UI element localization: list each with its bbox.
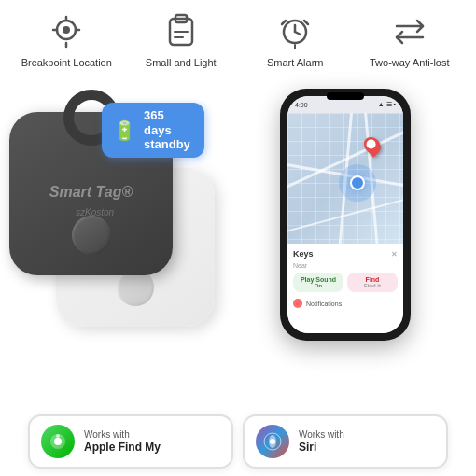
keys-close: ✕ bbox=[391, 250, 398, 259]
siri-badge-text: Works with Siri bbox=[299, 428, 344, 455]
findmy-main: Apple Find My bbox=[84, 441, 161, 454]
tags-container: Smart Tag® szKoston 🔋 365 days standby bbox=[9, 93, 215, 336]
findmy-prefix: Works with bbox=[84, 428, 161, 441]
main-area: szKoston Smart Tag® szKoston 🔋 365 days … bbox=[0, 75, 476, 355]
feature-small-light: Small and Light bbox=[134, 11, 228, 69]
phone-screen: 4:00 ▲ ☰ ▪ bbox=[287, 96, 403, 333]
notifications-row: Notifications bbox=[293, 296, 398, 311]
svg-point-23 bbox=[270, 439, 275, 444]
feature-twoway-label: Two-way Anti-lost bbox=[370, 56, 450, 69]
features-row: Breakpoint Location Small and Light bbox=[0, 0, 476, 75]
feature-breakpoint-label: Breakpoint Location bbox=[21, 56, 112, 69]
two-way-icon bbox=[389, 11, 430, 52]
svg-line-13 bbox=[304, 21, 308, 24]
feature-two-way: Two-way Anti-lost bbox=[363, 11, 456, 69]
findmy-badge-text: Works with Apple Find My bbox=[84, 428, 161, 455]
find-label: Find bbox=[350, 276, 395, 283]
phone-mockup: 4:00 ▲ ☰ ▪ bbox=[224, 89, 467, 341]
svg-line-12 bbox=[282, 21, 286, 24]
breakpoint-location-icon bbox=[46, 11, 87, 52]
battery-icon: 🔋 bbox=[113, 119, 136, 142]
feature-alarm-label: Smart Alarm bbox=[267, 56, 324, 69]
findmy-icon bbox=[41, 425, 75, 458]
phone-time: 4:00 bbox=[295, 102, 308, 108]
action-buttons: Play Sound On Find Find it bbox=[293, 273, 398, 292]
phone-frame: 4:00 ▲ ☰ ▪ bbox=[280, 89, 411, 341]
siri-main: Siri bbox=[299, 441, 316, 454]
svg-point-19 bbox=[56, 434, 60, 438]
badge-findmy: Works with Apple Find My bbox=[28, 414, 233, 469]
feature-smart-alarm: Smart Alarm bbox=[248, 11, 342, 69]
badge-siri: Works with Siri bbox=[243, 414, 448, 469]
siri-icon bbox=[256, 425, 289, 458]
play-sound-label: Play Sound bbox=[296, 276, 341, 283]
bottom-badges: Works with Apple Find My Works with Siri bbox=[0, 407, 476, 476]
smart-alarm-icon bbox=[274, 11, 315, 52]
keys-header: Keys ✕ bbox=[293, 249, 398, 259]
map-area bbox=[287, 113, 403, 244]
svg-line-11 bbox=[295, 32, 301, 35]
feature-breakpoint-location: Breakpoint Location bbox=[20, 11, 113, 69]
small-light-icon bbox=[161, 11, 202, 52]
feature-small-label: Small and Light bbox=[146, 56, 217, 69]
phone-bottom-panel: Keys ✕ Near Play Sound On Find Find it bbox=[287, 244, 403, 333]
keys-title: Keys bbox=[293, 249, 314, 259]
siri-prefix: Works with bbox=[299, 428, 344, 441]
play-sound-btn[interactable]: Play Sound On bbox=[293, 273, 343, 292]
tag-brand-text: Smart Tag® bbox=[49, 184, 133, 201]
find-btn[interactable]: Find Find it bbox=[347, 273, 398, 292]
notif-dot bbox=[293, 299, 302, 308]
svg-point-1 bbox=[63, 26, 70, 34]
phone-status-bar: 4:00 ▲ ☰ ▪ bbox=[287, 96, 403, 113]
dark-tag-button bbox=[72, 216, 111, 255]
standby-text: 365 days standby bbox=[144, 108, 193, 152]
phone-icons: ▲ ☰ ▪ bbox=[378, 101, 396, 108]
notif-text: Notifications bbox=[306, 301, 342, 307]
standby-badge: 🔋 365 days standby bbox=[102, 103, 204, 158]
keys-subtitle: Near bbox=[293, 262, 398, 269]
